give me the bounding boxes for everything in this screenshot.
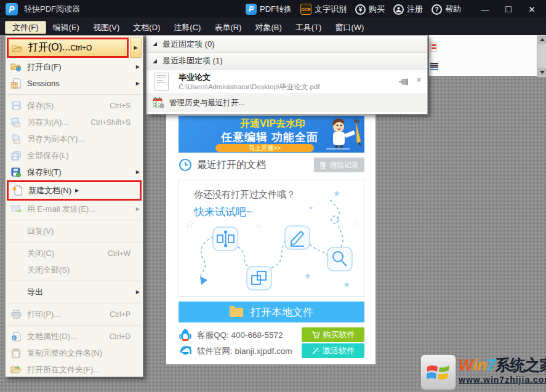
- menu-separator: [7, 303, 141, 303]
- banner-line1: 开通VIP去水印: [202, 118, 343, 130]
- clear-history-button[interactable]: 清除记录: [314, 158, 364, 172]
- menu-item-new-document[interactable]: ✱ 新建文档(N) ▶: [7, 180, 142, 201]
- banner-mascot-illustration: [325, 118, 363, 153]
- svg-text:★: ★: [343, 279, 351, 289]
- menu-item-open-containing-folder: 打开所在文件夹(F)...: [6, 361, 143, 378]
- save-icon: [10, 100, 22, 111]
- svg-text:✱: ✱: [12, 186, 17, 192]
- activate-software-button[interactable]: 激活软件: [302, 343, 364, 358]
- menu-item-save-all: 全部保存(L): [6, 147, 143, 164]
- containing-folder-icon: [10, 364, 22, 375]
- vertical-scrollbar[interactable]: [537, 35, 546, 77]
- menu-item-save-as: 另存为(A)... Ctrl+Shift+S: [6, 114, 143, 130]
- background-toolbar-remnant: [429, 35, 537, 77]
- manage-history-item[interactable]: 管理历史与最近打开...: [147, 94, 427, 112]
- save-to-icon: [10, 167, 22, 178]
- recent-file-path: C:\Users\Administrator\Desktop\毕业论文.pdf: [179, 82, 319, 92]
- save-copy-icon: [10, 134, 22, 145]
- menu-object[interactable]: 对象(B): [248, 21, 288, 34]
- trash-icon: [319, 161, 326, 169]
- submenu-arrow-icon: ▶: [132, 81, 140, 86]
- menu-item-open[interactable]: 打开(O)... Ctrl+O: [7, 38, 129, 58]
- submenu-arrow-icon: ▶: [71, 188, 79, 193]
- vip-banner[interactable]: 开通VIP去水印 任意编辑 功能全面 马上开通>>: [179, 116, 364, 153]
- qq-contact-row: 客服QQ: 400-668-5572 购买软件: [179, 327, 364, 342]
- menu-item-open-from[interactable]: 打开自(F) ▶: [6, 58, 143, 75]
- register-button[interactable]: 注册: [393, 4, 423, 15]
- ie-browser-icon: [179, 344, 192, 358]
- menu-form[interactable]: 表单(R): [207, 21, 248, 34]
- svg-text:★: ★: [308, 205, 313, 211]
- question-icon: ?: [432, 4, 442, 15]
- menu-view[interactable]: 视图(V): [86, 21, 126, 34]
- open-folder-icon: [11, 42, 23, 54]
- menu-document[interactable]: 文档(D): [126, 21, 167, 34]
- minimize-button[interactable]: —: [475, 2, 496, 17]
- menu-item-print: 打印(P)... Ctrl+P: [6, 306, 143, 322]
- menu-bar: 文件(F) 编辑(E) 视图(V) 文档(D) 注释(C) 表单(R) 对象(B…: [0, 18, 546, 35]
- scroll-up-icon[interactable]: [538, 36, 546, 44]
- svg-text:☆: ☆: [184, 217, 195, 231]
- features-doodle-illustration: ☆ ☆ ☆ ★ ★ ★ ★: [179, 180, 365, 297]
- svg-text:★: ★: [333, 188, 341, 198]
- person-icon: [393, 4, 404, 15]
- qq-icon: [179, 328, 192, 342]
- menu-separator: [7, 242, 141, 242]
- manage-history-icon: [153, 97, 164, 110]
- menu-file[interactable]: 文件(F): [5, 21, 46, 34]
- list-icon: [430, 62, 438, 72]
- pinned-group-header[interactable]: 最近固定项 (0): [147, 36, 427, 53]
- menu-item-copy-filename: ↓ 复制完整的文件名(N): [6, 345, 143, 361]
- banner-cta-button[interactable]: 马上开通>>: [215, 144, 314, 152]
- watermark-url: www.win7zhijia.com: [459, 375, 546, 385]
- title-bar: P 轻快PDF阅读器 P PDF转换 OCR 文字识别 ¥ 购买 注册: [0, 0, 546, 18]
- close-button[interactable]: ✕: [521, 2, 542, 17]
- buy-software-button[interactable]: 购买软件: [302, 327, 364, 342]
- document-info-icon: i: [10, 331, 22, 342]
- menu-edit[interactable]: 编辑(E): [46, 21, 86, 34]
- recent-title: 最近打开的文档: [197, 159, 266, 172]
- scroll-down-icon[interactable]: [538, 68, 546, 76]
- clipboard-icon: ↓: [10, 348, 22, 359]
- save-as-icon: [10, 117, 22, 128]
- menu-annotate[interactable]: 注释(C): [167, 21, 207, 34]
- buy-button[interactable]: ¥ 购买: [355, 4, 385, 15]
- website-contact-row: 软件官网: bianji.xjpdf.com 激活软件: [179, 343, 364, 358]
- open-submenu-arrow-icon[interactable]: ▶: [130, 38, 142, 58]
- menu-row-open: 打开(O)... Ctrl+O ▶: [6, 38, 143, 58]
- submenu-arrow-icon: ▶: [132, 64, 140, 70]
- help-button[interactable]: ? 帮助: [432, 4, 461, 15]
- recent-file-item[interactable]: 毕业论文 C:\Users\Administrator\Desktop\毕业论文…: [147, 70, 427, 94]
- unpinned-group-header[interactable]: 最近非固定项 (1): [147, 53, 427, 70]
- collapse-triangle-icon: [153, 59, 157, 63]
- collapse-triangle-icon: [153, 42, 157, 46]
- pin-icon[interactable]: [398, 77, 409, 88]
- menu-item-save-to[interactable]: 保存到(T) ▶: [6, 164, 143, 180]
- menu-item-save-copy: 另存为副本(Y)...: [6, 130, 143, 147]
- empty-state-card: 你还没有打开过文件哦？ 快来试试吧~: [179, 180, 364, 297]
- menu-item-sessions[interactable]: Sessions ▶: [6, 75, 143, 92]
- submenu-arrow-icon: ▶: [132, 169, 140, 175]
- menu-item-export[interactable]: 导出 ▶: [6, 284, 143, 300]
- menu-window[interactable]: 窗口(W): [328, 21, 371, 34]
- recent-files-submenu: 最近固定项 (0) 最近非固定项 (1) 毕业论文 C:\Users\Admin…: [146, 35, 428, 114]
- pdf-convert-button[interactable]: P PDF转换: [246, 4, 292, 15]
- ocr-icon: OCR: [300, 4, 311, 15]
- open-local-file-button[interactable]: 打开本地文件: [179, 302, 364, 322]
- remove-recent-icon[interactable]: ×: [417, 76, 421, 84]
- menu-separator: [7, 325, 141, 326]
- maximize-button[interactable]: □: [498, 2, 519, 17]
- menu-item-email-send: 用 E-mail 发送(E)... ▶: [6, 201, 143, 217]
- pdf-thumbnail-icon: [155, 73, 169, 91]
- menu-item-close: 关闭(C) Ctrl+W: [6, 245, 143, 262]
- menu-item-save: 保存(S) Ctrl+S: [6, 97, 143, 114]
- email-icon: [10, 204, 22, 215]
- submenu-arrow-icon: ▶: [132, 206, 140, 212]
- menu-tools[interactable]: 工具(T): [289, 21, 329, 34]
- ocr-button[interactable]: OCR 文字识别: [300, 4, 347, 15]
- svg-text:☆: ☆: [354, 220, 360, 227]
- svg-text:i: i: [14, 336, 15, 340]
- menu-separator: [7, 94, 141, 95]
- app-window: P 轻快PDF阅读器 P PDF转换 OCR 文字识别 ¥ 购买 注册: [0, 0, 546, 392]
- menu-item-close-all: 关闭全部(S): [6, 262, 143, 278]
